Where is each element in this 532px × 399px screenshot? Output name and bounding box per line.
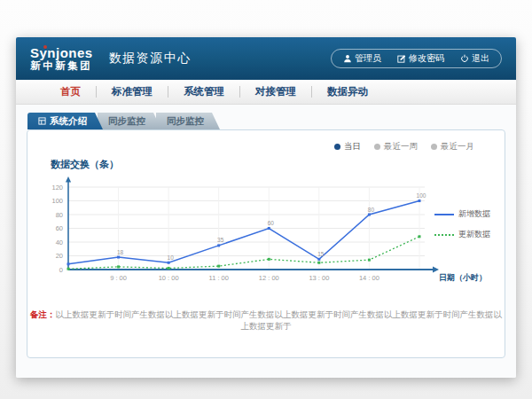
legend-label: 新增数据 <box>458 208 490 220</box>
radio-dot-icon <box>431 144 437 150</box>
legend-new-data[interactable]: 新增数据 <box>434 208 490 220</box>
svg-text:13 : 00: 13 : 00 <box>309 274 329 282</box>
logout-button[interactable]: 退出 <box>452 52 497 65</box>
dotted-line-swatch-icon <box>434 234 454 236</box>
filter-today[interactable]: 当日 <box>334 141 361 153</box>
svg-text:10: 10 <box>168 254 175 261</box>
footnote: 备注：以上数据更新于时间产生数据以上数据更新于时间产生数据以上数据更新于时间产生… <box>27 309 505 332</box>
svg-text:20: 20 <box>56 252 63 260</box>
logo-text-en: Synjones <box>30 45 93 60</box>
content-area: 系统介绍 同步监控 同步监控 当日 最近一周 <box>16 105 516 378</box>
change-password-button[interactable]: 修改密码 <box>389 52 452 65</box>
footnote-label: 备注： <box>30 309 56 319</box>
header-left: Synjones 新中新集团 数据资源中心 <box>30 45 192 72</box>
range-filter-group: 当日 最近一周 最近一月 <box>334 141 474 153</box>
svg-text:10 : 00: 10 : 00 <box>159 274 179 282</box>
svg-text:120: 120 <box>51 184 63 192</box>
filter-last-week[interactable]: 最近一周 <box>374 141 418 153</box>
svg-text:40: 40 <box>56 239 63 246</box>
svg-text:80: 80 <box>56 211 63 219</box>
chart-legend: 新增数据 更新数据 <box>434 208 490 240</box>
tab-system-intro[interactable]: 系统介绍 <box>27 113 103 129</box>
legend-label: 更新数据 <box>458 229 490 240</box>
svg-text:18: 18 <box>117 249 124 255</box>
logo-text-cn: 新中新集团 <box>30 60 92 72</box>
svg-text:60: 60 <box>268 220 275 226</box>
current-user-button[interactable]: 管理员 <box>335 52 389 65</box>
filter-label: 最近一月 <box>441 141 474 153</box>
filter-label: 当日 <box>344 141 361 153</box>
svg-text:60: 60 <box>56 224 63 232</box>
tab-sync-monitor-1[interactable]: 同步监控 <box>98 113 161 129</box>
legend-update-data[interactable]: 更新数据 <box>434 229 490 240</box>
svg-text:日期（小时）: 日期（小时） <box>439 273 487 282</box>
footnote-text: 以上数据更新于时间产生数据以上数据更新于时间产生数据以上数据更新于时间产生数据以… <box>56 309 503 331</box>
svg-text:35: 35 <box>217 237 224 243</box>
nav-item-data-change[interactable]: 数据异动 <box>312 85 383 98</box>
solid-line-swatch-icon <box>434 214 454 215</box>
page-title: 数据资源中心 <box>109 51 192 66</box>
company-logo: Synjones 新中新集团 <box>30 45 93 72</box>
power-icon <box>460 54 469 63</box>
exchange-line-chart: 0204060801001209 : 0010 : 0011 : 0012 : … <box>33 173 494 290</box>
tab-sync-monitor-2[interactable]: 同步监控 <box>156 113 220 129</box>
svg-text:9 : 00: 9 : 00 <box>110 274 127 282</box>
current-user-label: 管理员 <box>355 52 381 65</box>
tab-bar: 系统介绍 同步监控 同步监控 <box>27 113 516 129</box>
y-axis-title: 数据交换（条） <box>51 158 119 171</box>
main-nav: 首页 标准管理 系统管理 对接管理 数据异动 <box>16 80 516 105</box>
edit-icon <box>397 54 406 63</box>
user-toolbar: 管理员 修改密码 退出 <box>331 49 502 68</box>
nav-item-standard-mgmt[interactable]: 标准管理 <box>97 85 168 98</box>
tab-label: 同步监控 <box>167 115 204 128</box>
svg-text:12 : 00: 12 : 00 <box>259 274 279 282</box>
radio-dot-icon <box>374 144 380 150</box>
chart-panel: 当日 最近一周 最近一月 数据交换（条） 0204060801001209 : … <box>27 129 505 358</box>
nav-item-interface-mgmt[interactable]: 对接管理 <box>240 85 311 98</box>
logo-accent-dot-icon <box>43 45 47 49</box>
desktop-background: Synjones 新中新集团 数据资源中心 管理员 <box>0 0 532 399</box>
tab-label: 同步监控 <box>108 115 145 128</box>
svg-text:14 : 00: 14 : 00 <box>359 274 379 282</box>
logout-label: 退出 <box>472 52 489 65</box>
change-password-label: 修改密码 <box>409 52 444 65</box>
app-window: Synjones 新中新集团 数据资源中心 管理员 <box>16 37 516 378</box>
user-icon <box>343 54 352 63</box>
svg-text:100: 100 <box>51 197 63 205</box>
svg-text:80: 80 <box>368 207 375 213</box>
tab-label: 系统介绍 <box>50 115 87 128</box>
radio-dot-icon <box>334 144 340 150</box>
filter-label: 最近一周 <box>384 141 418 153</box>
nav-item-home[interactable]: 首页 <box>45 85 96 98</box>
nav-item-system-mgmt[interactable]: 系统管理 <box>168 85 239 98</box>
svg-text:11 : 00: 11 : 00 <box>209 274 229 282</box>
grid-document-icon <box>38 117 46 125</box>
app-header: Synjones 新中新集团 数据资源中心 管理员 <box>16 37 516 80</box>
filter-last-month[interactable]: 最近一月 <box>431 141 474 153</box>
svg-text:15: 15 <box>317 251 325 257</box>
svg-text:0: 0 <box>59 266 63 274</box>
svg-text:100: 100 <box>417 192 426 199</box>
